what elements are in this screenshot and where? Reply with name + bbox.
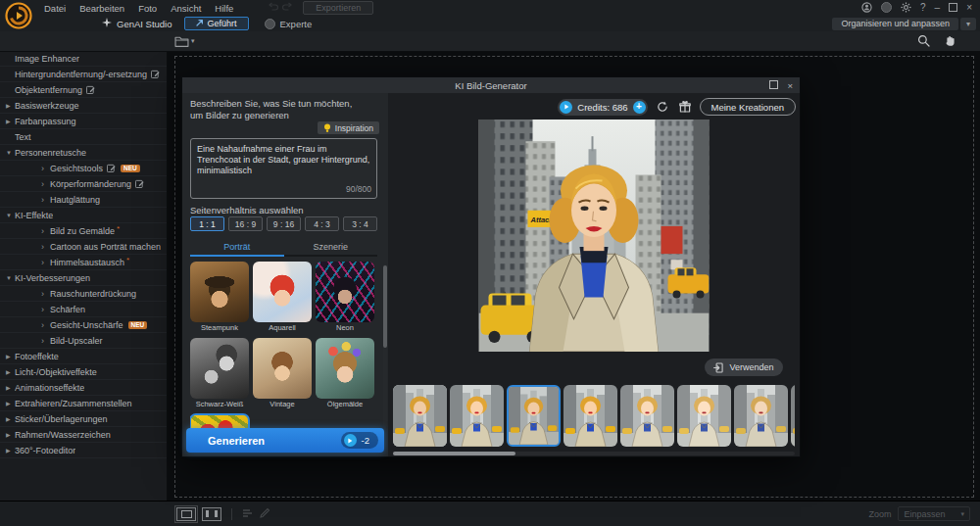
sidebar-item-animationseffekte[interactable]: ▶Animationseffekte xyxy=(0,380,167,396)
style-option-schwarz-weiss[interactable]: Schwarz-Weiß xyxy=(190,338,249,409)
zoom-select[interactable]: Einpassen ▾ xyxy=(898,506,970,521)
sidebar-item-himmelsaustausch[interactable]: ›Himmelsaustausch* xyxy=(0,255,167,270)
sidebar-item-image-enhancer[interactable]: Image Enhancer xyxy=(0,51,167,67)
result-thumbnail-6[interactable] xyxy=(677,385,731,447)
generate-button[interactable]: Generieren -2 xyxy=(186,428,384,453)
sidebar-item-ki-verbesserungen[interactable]: ▼KI-Verbesserungen xyxy=(0,270,167,286)
my-creations-button[interactable]: Meine Kreationen xyxy=(700,98,796,116)
style-thumbnail[interactable] xyxy=(190,262,249,322)
tab-expert[interactable]: Experte xyxy=(265,19,313,29)
pan-hand-icon[interactable] xyxy=(944,34,956,49)
sidebar-item-sticker-uberlagerungen[interactable]: ▶Sticker/Überlagerungen xyxy=(0,411,167,427)
sidebar-item-basiswerkzeuge[interactable]: ▶Basiswerkzeuge xyxy=(0,98,167,114)
prompt-input[interactable]: Eine Nahaufnahme einer Frau im Trenchcoa… xyxy=(190,138,377,199)
app-logo-icon[interactable] xyxy=(5,2,32,29)
view-single-button[interactable] xyxy=(176,507,196,521)
menu-foto[interactable]: Foto xyxy=(131,3,164,14)
settings-gear-icon[interactable] xyxy=(901,2,911,15)
sidebar-item-gesichtstools[interactable]: ›GesichtstoolsNEU xyxy=(0,161,167,176)
sidebar-item-bild-upscaler[interactable]: ›Bild-Upscaler xyxy=(0,333,167,349)
sidebar-item-farbanpassung[interactable]: ▶Farbanpassung xyxy=(0,114,167,129)
use-button[interactable]: Verwenden xyxy=(705,359,783,376)
result-thumbnail-1[interactable] xyxy=(393,385,447,447)
redo-icon[interactable] xyxy=(282,2,293,14)
sidebar-item-korperformanderung[interactable]: ›Körperformänderung xyxy=(0,176,167,192)
menu-hilfe[interactable]: Hilfe xyxy=(208,3,240,14)
sidebar-item-cartoon-aus-portrat-machen[interactable]: ›Cartoon aus Porträt machen xyxy=(0,239,167,255)
result-thumbnail-8[interactable] xyxy=(791,385,795,447)
undo-icon[interactable] xyxy=(268,2,278,14)
style-option-olgemalde[interactable]: Ölgemälde xyxy=(316,338,374,409)
style-thumbnail[interactable] xyxy=(253,262,312,322)
expand-arrow-icon: ▶ xyxy=(6,102,15,109)
inspiration-button[interactable]: Inspiration xyxy=(318,121,379,134)
credits-balance[interactable]: Credits: 686 + xyxy=(558,99,647,116)
sidebar-item-objektentfernung[interactable]: Objektentfernung xyxy=(0,82,167,98)
dialog-close-icon[interactable]: × xyxy=(787,80,793,91)
sidebar-item-label: Cartoon aus Porträt machen xyxy=(50,242,161,252)
style-option-aquarell[interactable]: Aquarell xyxy=(253,262,312,333)
dialog-titlebar[interactable]: KI Bild-Generator × xyxy=(182,77,800,93)
menu-ansicht[interactable]: Ansicht xyxy=(164,3,208,14)
sidebar-item-hautglattung[interactable]: ›Hautglättung xyxy=(0,192,167,208)
style-thumbnail[interactable] xyxy=(316,338,374,399)
sidebar-item-ki-effekte[interactable]: ▼KI-Effekte xyxy=(0,208,167,223)
aspect-ratio-16-9[interactable]: 16 : 9 xyxy=(228,216,263,231)
aspect-ratio-1-1[interactable]: 1 : 1 xyxy=(190,216,224,231)
minimize-icon[interactable]: – xyxy=(935,3,941,13)
sidebar-item-rauschunterdruckung[interactable]: ›Rauschunterdrückung xyxy=(0,286,167,302)
style-tab-portrat[interactable]: Porträt xyxy=(190,238,284,255)
sidebar-item-bild-zu-gemalde[interactable]: ›Bild zu Gemälde* xyxy=(0,223,167,239)
export-button[interactable]: Exportieren xyxy=(303,1,373,15)
style-option-vintage[interactable]: Vintage xyxy=(253,338,312,409)
sidebar-item-text[interactable]: Text xyxy=(0,129,167,145)
sidebar-item-360-fotoeditor[interactable]: ▶360°-Fotoeditor xyxy=(0,443,167,458)
strip-scrollbar[interactable] xyxy=(393,452,795,455)
add-credits-button[interactable]: + xyxy=(633,101,646,114)
chevron-down-icon[interactable]: ▾ xyxy=(960,18,976,30)
close-icon[interactable]: × xyxy=(966,3,972,13)
tab-guided[interactable]: Geführt xyxy=(184,17,249,30)
account-icon[interactable] xyxy=(861,2,872,15)
search-icon[interactable] xyxy=(917,34,930,49)
result-thumbnail-3[interactable] xyxy=(507,385,561,447)
sync-status-icon[interactable] xyxy=(881,2,892,15)
dialog-maximize-icon[interactable] xyxy=(769,80,778,91)
open-folder-button[interactable]: ▾ xyxy=(174,35,195,47)
generated-image-preview[interactable]: Attack xyxy=(479,120,710,352)
organize-dropdown[interactable]: Organisieren und anpassen ▾ xyxy=(832,18,976,30)
result-thumbnail-2[interactable] xyxy=(450,385,504,447)
result-thumbnail-4[interactable] xyxy=(564,385,617,447)
toolbar: ▾ xyxy=(0,31,980,52)
sidebar-item-label: Animationseffekte xyxy=(15,383,84,393)
style-scrollbar[interactable] xyxy=(383,263,387,428)
menu-bearbeiten[interactable]: Bearbeiten xyxy=(73,3,131,14)
sidebar-item-label: Himmelsaustausch xyxy=(50,258,124,267)
result-thumbnail-7[interactable] xyxy=(734,385,788,447)
sidebar-item-hintergrundentfernung-ersetzung[interactable]: Hintergrundentfernung/-ersetzung xyxy=(0,67,167,82)
menu-datei[interactable]: Datei xyxy=(37,3,73,14)
sidebar-item-fotoeffekte[interactable]: ▶Fotoeffekte xyxy=(0,349,167,364)
style-option-neon[interactable]: Neon xyxy=(316,262,374,333)
sidebar-item-personenretusche[interactable]: ▼Personenretusche xyxy=(0,145,167,161)
view-filmstrip-button[interactable] xyxy=(202,507,221,521)
style-tab-szenerie[interactable]: Szenerie xyxy=(284,238,378,255)
refresh-icon[interactable] xyxy=(655,99,670,115)
style-thumbnail[interactable] xyxy=(190,338,249,399)
sidebar-item-extrahieren-zusammenstellen[interactable]: ▶Extrahieren/Zusammenstellen xyxy=(0,396,167,411)
style-thumbnail[interactable] xyxy=(253,338,312,399)
help-icon[interactable]: ? xyxy=(920,3,926,13)
sidebar-item-rahmen-wasserzeichen[interactable]: ▶Rahmen/Wasserzeichen xyxy=(0,427,167,443)
expand-arrow-icon: ▼ xyxy=(6,213,15,218)
sidebar-item-scharfen[interactable]: ›Schärfen xyxy=(0,302,167,317)
style-thumbnail[interactable] xyxy=(316,262,374,322)
aspect-ratio-3-4[interactable]: 3 : 4 xyxy=(343,216,377,231)
gift-icon[interactable] xyxy=(677,99,693,115)
aspect-ratio-4-3[interactable]: 4 : 3 xyxy=(305,216,339,231)
style-option-steampunk[interactable]: Steampunk xyxy=(190,262,249,333)
restore-icon[interactable] xyxy=(949,3,957,14)
sidebar-item-licht-objektiveffekte[interactable]: ▶Licht-/Objektiveffekte xyxy=(0,364,167,380)
result-thumbnail-5[interactable] xyxy=(620,385,674,447)
sidebar-item-gesicht-unscharfe[interactable]: ›Gesicht-UnschärfeNEU xyxy=(0,317,167,333)
aspect-ratio-9-16[interactable]: 9 : 16 xyxy=(267,216,301,231)
